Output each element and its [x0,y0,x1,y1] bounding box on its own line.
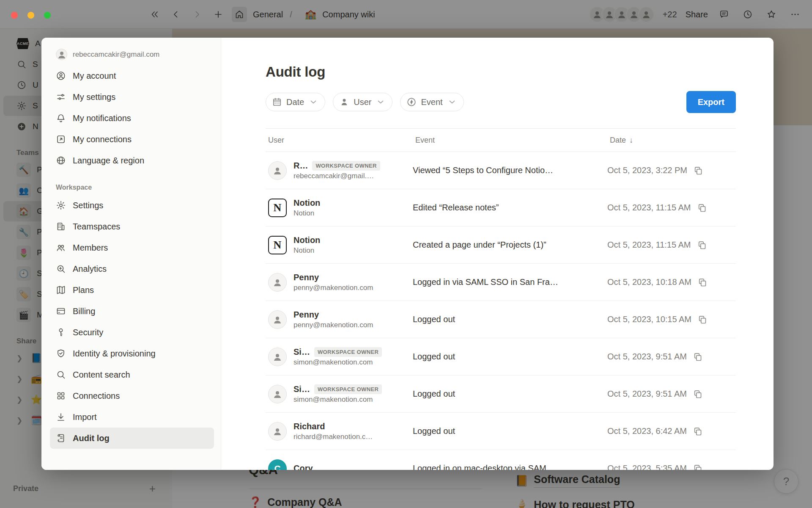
user-cell: CCory [266,459,413,470]
table-header: User Event Date↓ [266,128,736,152]
date-cell: Oct 5, 2023, 11:15 AM [607,240,736,250]
calendar-icon [272,97,282,107]
copy-icon[interactable] [697,315,708,325]
copy-icon[interactable] [693,389,703,399]
audit-table-row: Si…WORKSPACE OWNERsimon@makenotion.comLo… [266,375,736,413]
user-email: Notion [294,246,320,255]
shield-check-icon [56,348,66,359]
copy-icon[interactable] [697,240,707,250]
settings-nav-teamspaces[interactable]: Teamspaces [50,216,214,237]
zoom-window-button[interactable] [44,12,51,19]
settings-nav-settings[interactable]: Settings [50,195,214,216]
settings-nav-connections[interactable]: Connections [50,385,214,406]
copy-icon[interactable] [693,166,703,176]
date-cell: Oct 5, 2023, 10:18 AM [607,277,736,287]
settings-nav-my-notifications[interactable]: My notifications [50,108,214,129]
workspace-owner-badge: WORKSPACE OWNER [314,384,382,394]
settings-nav-content-search[interactable]: Content search [50,364,214,385]
filter-pill-event[interactable]: Event [400,93,464,111]
settings-nav-my-settings[interactable]: My settings [50,86,214,108]
audit-table-row: Pennypenny@makenotion.comLogged outOct 5… [266,301,736,338]
user-cell: NNotionNotion [266,198,413,218]
grid-icon [56,391,66,401]
event-date: Oct 5, 2023, 10:15 AM [607,315,691,324]
user-avatar: C [268,459,287,470]
settings-nav-security[interactable]: Security [50,322,214,343]
date-cell: Oct 5, 2023, 11:15 AM [607,203,736,213]
user-cell: Richardrichard@makenotion.c… [266,422,413,441]
copy-icon[interactable] [693,352,703,362]
bell-icon [56,113,66,124]
event-date: Oct 5, 2023, 6:42 AM [607,426,687,436]
filter-pill-user[interactable]: User [333,93,392,111]
settings-nav-my-connections[interactable]: My connections [50,129,214,150]
user-email: penny@makenotion.com [294,284,373,292]
settings-nav-language-region[interactable]: Language & region [50,150,214,171]
close-window-button[interactable] [11,12,18,19]
map-icon [56,285,66,295]
magnifier-plus-icon [56,264,66,274]
user-name: R… [294,161,308,171]
filter-bar: DateUserEvent Export [266,91,736,113]
column-header-date[interactable]: Date↓ [607,136,736,145]
event-cell: Logged in on mac-desktop via SAM… [413,464,607,470]
user-email: richard@makenotion.c… [294,433,373,441]
event-date: Oct 5, 2023, 9:51 AM [607,389,687,399]
audit-table-row: CCoryLogged in on mac-desktop via SAM…Oc… [266,450,736,470]
magnifier-icon [56,370,66,380]
event-cell: Logged out [413,389,607,399]
user-avatar [268,385,287,403]
notion-logo-avatar: N [268,236,287,254]
date-cell: Oct 5, 2023, 9:51 AM [607,389,736,399]
settings-nav-identity-provisioning[interactable]: Identity & provisioning [50,343,214,364]
settings-nav-import[interactable]: Import [50,406,214,428]
user-cell: Si…WORKSPACE OWNERsimon@makenotion.com [266,384,413,404]
user-avatar [268,422,287,441]
settings-nav-my-account[interactable]: My account [50,65,214,86]
user-avatar [268,161,287,180]
gear-icon [56,200,66,211]
account-email: rebeccamcakir@gmail.com [73,50,159,59]
event-cell: Logged out [413,426,607,436]
minimize-window-button[interactable] [27,12,34,19]
copy-icon[interactable] [697,277,708,287]
audit-log-content: Audit log DateUserEvent Export User Even… [221,38,774,470]
event-date: Oct 5, 2023, 3:22 PM [607,166,687,175]
export-button[interactable]: Export [686,91,736,113]
settings-nav-plans[interactable]: Plans [50,279,214,301]
arrow-out-icon [56,134,66,145]
settings-modal: rebeccamcakir@gmail.com My accountMy set… [41,38,774,470]
import-icon [56,412,66,422]
people-icon [56,243,66,253]
settings-sidebar: rebeccamcakir@gmail.com My accountMy set… [41,38,221,470]
user-cell: NNotionNotion [266,235,413,255]
user-cell: Pennypenny@makenotion.com [266,310,413,329]
copy-icon[interactable] [693,464,703,470]
user-avatar [268,348,287,366]
building-icon [56,221,66,232]
settings-nav-analytics[interactable]: Analytics [50,258,214,279]
user-email: rebeccamcakir@gmail.… [294,172,380,180]
event-date: Oct 5, 2023, 5:35 AM [607,464,687,470]
event-date: Oct 5, 2023, 10:18 AM [607,277,691,287]
workspace-owner-badge: WORKSPACE OWNER [312,161,380,171]
audit-table-row: Richardrichard@makenotion.c…Logged outOc… [266,413,736,450]
event-date: Oct 5, 2023, 11:15 AM [607,203,691,213]
date-cell: Oct 5, 2023, 6:42 AM [607,426,736,436]
user-name: Si… [294,347,310,357]
settings-nav-billing[interactable]: Billing [50,301,214,322]
column-header-event: Event [413,136,607,145]
filter-pill-date[interactable]: Date [266,93,325,111]
user-avatar [268,310,287,329]
user-name: Richard [294,422,325,431]
settings-nav-audit-log[interactable]: Audit log [50,428,214,449]
person-icon [339,97,349,107]
user-name: Notion [294,198,320,208]
copy-icon[interactable] [697,203,707,213]
globe-icon [56,155,66,166]
settings-nav-members[interactable]: Members [50,237,214,258]
date-cell: Oct 5, 2023, 3:22 PM [607,166,736,176]
copy-icon[interactable] [693,426,703,436]
date-cell: Oct 5, 2023, 5:35 AM [607,464,736,470]
scroll-icon [56,433,66,444]
